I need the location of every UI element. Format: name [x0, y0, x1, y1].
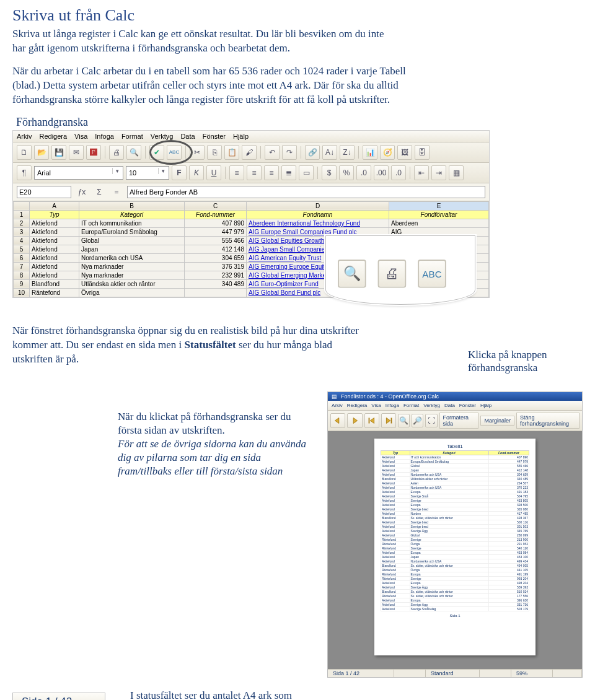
navigator-icon[interactable]: 🧭 [380, 145, 395, 160]
align-left-icon[interactable]: ≡ [229, 165, 244, 180]
sum-icon[interactable]: Σ [92, 185, 106, 199]
cell[interactable]: 232 991 [185, 271, 247, 279]
first-page-icon[interactable] [364, 413, 379, 428]
bold-icon[interactable]: F [172, 165, 187, 180]
col-header-b[interactable]: B [79, 201, 185, 210]
print-icon[interactable]: 🖨 [109, 145, 124, 160]
font-size-combo[interactable]: 10 [126, 166, 169, 180]
row-header[interactable]: 10 [14, 288, 30, 297]
menu-data[interactable]: Data [180, 133, 195, 140]
hyperlink-icon[interactable]: 🔗 [305, 145, 320, 160]
prev-page-icon[interactable] [330, 413, 345, 428]
row-header[interactable]: 8 [14, 271, 30, 279]
datasource-icon[interactable]: 🗄 [415, 145, 430, 160]
cell[interactable]: Aktiefond [30, 219, 79, 227]
row-header[interactable]: 5 [14, 245, 30, 253]
format-page-button[interactable]: Formatera sida [439, 413, 479, 429]
font-name-combo[interactable]: Arial [34, 166, 123, 180]
cell[interactable]: Nya marknader [79, 271, 185, 279]
cell[interactable]: Europa/Euroland Småbolag [79, 227, 185, 236]
sort-desc-icon[interactable]: Z↓ [340, 145, 355, 160]
row-header[interactable]: 7 [14, 262, 30, 271]
close-preview-button[interactable]: Stäng förhandsgranskning [516, 413, 580, 429]
indent-inc-icon[interactable]: ⇥ [431, 165, 446, 180]
indent-dec-icon[interactable]: ⇤ [414, 165, 429, 180]
menu-data[interactable]: Data [444, 403, 455, 408]
gallery-icon[interactable]: 🖼 [397, 145, 412, 160]
cell[interactable]: 555 466 [185, 236, 247, 245]
cell[interactable]: Övriga [79, 288, 185, 297]
cell[interactable]: Typ [30, 210, 79, 219]
align-right-icon[interactable]: ≡ [264, 165, 279, 180]
print-preview-icon[interactable]: 🔍 [126, 145, 141, 160]
cell[interactable]: Japan [79, 245, 185, 253]
cell[interactable]: Aktiefond [30, 271, 79, 279]
menu-arkiv[interactable]: Arkiv [17, 133, 32, 140]
formula-input[interactable] [127, 186, 485, 198]
col-header-d[interactable]: D [247, 201, 389, 210]
menu-format[interactable]: Format [121, 133, 143, 140]
equals-icon[interactable]: = [110, 185, 123, 199]
margins-button[interactable]: Marginaler [480, 416, 514, 426]
menu-verktyg[interactable]: Verktyg [423, 403, 440, 408]
menu-arkiv[interactable]: Arkiv [332, 403, 343, 408]
cell[interactable]: Aktiefond [30, 262, 79, 271]
row-header[interactable]: 9 [14, 279, 30, 288]
menu-visa[interactable]: Visa [74, 133, 87, 140]
menu-infoga[interactable]: Infoga [95, 133, 114, 140]
merge-cells-icon[interactable]: ▭ [299, 165, 314, 180]
cell[interactable]: Aktiefond [30, 227, 79, 236]
cell[interactable]: Aktiefond [30, 236, 79, 245]
function-wizard-icon[interactable]: ƒx [75, 185, 89, 199]
cell[interactable]: 412 148 [185, 245, 247, 253]
fullscreen-icon[interactable]: ⛶ [425, 414, 437, 427]
align-center-icon[interactable]: ≡ [247, 165, 262, 180]
spellcheck-icon[interactable]: ✔ [149, 145, 164, 160]
cell[interactable]: Fond-nummer [185, 210, 247, 219]
cell[interactable]: 447 979 [185, 227, 247, 236]
open-icon[interactable]: 📂 [34, 145, 49, 160]
cell[interactable]: 340 489 [185, 279, 247, 288]
menu-fonster[interactable]: Fönster [459, 403, 476, 408]
menu-verktyg[interactable]: Verktyg [151, 133, 174, 140]
row-header[interactable]: 6 [14, 253, 30, 262]
cell[interactable]: 304 659 [185, 253, 247, 262]
borders-icon[interactable]: ▦ [449, 165, 464, 180]
col-header-e[interactable]: E [389, 201, 489, 210]
menu-visa[interactable]: Visa [371, 403, 381, 408]
menu-hjalp[interactable]: Hjälp [233, 133, 249, 140]
row-header[interactable]: 4 [14, 236, 30, 245]
cell[interactable]: 376 319 [185, 262, 247, 271]
menu-format[interactable]: Format [403, 403, 419, 408]
underline-icon[interactable]: U [206, 165, 221, 180]
zoom-out-icon[interactable]: 🔎 [412, 414, 423, 427]
menu-infoga[interactable]: Infoga [386, 403, 399, 408]
zoom-in-icon[interactable]: 🔍 [398, 414, 410, 427]
cell[interactable]: Nya marknader [79, 262, 185, 271]
abc-icon[interactable]: ABC [167, 145, 182, 160]
cell[interactable]: Blandfond [30, 279, 79, 288]
row-header[interactable]: 1 [14, 210, 30, 219]
cut-icon[interactable]: ✂ [190, 145, 205, 160]
italic-icon[interactable]: K [189, 165, 204, 180]
cell[interactable]: 407 890 [185, 219, 247, 227]
cell[interactable]: Nordamerika och USA [79, 253, 185, 262]
styles-icon[interactable]: ¶ [17, 165, 32, 180]
pdf-icon[interactable]: 🅿 [86, 145, 101, 160]
cell[interactable]: Räntefond [30, 288, 79, 297]
col-header-a[interactable]: A [30, 201, 79, 210]
corner-cell[interactable] [14, 201, 30, 210]
copy-icon[interactable]: ⎘ [207, 145, 222, 160]
chart-icon[interactable]: 📊 [363, 145, 377, 160]
cell[interactable]: Aktiefond [30, 253, 79, 262]
menu-fonster[interactable]: Fönster [203, 133, 226, 140]
email-icon[interactable]: ✉ [69, 145, 84, 160]
cell[interactable]: Global [79, 236, 185, 245]
decimal-remove-icon[interactable]: .0 [391, 165, 406, 180]
new-doc-icon[interactable]: 🗋 [17, 145, 32, 160]
format-paint-icon[interactable]: 🖌 [242, 145, 257, 160]
currency-icon[interactable]: $ [322, 165, 337, 180]
row-header[interactable]: 2 [14, 219, 30, 227]
next-page-icon[interactable] [347, 413, 362, 428]
save-icon[interactable]: 💾 [51, 145, 66, 160]
